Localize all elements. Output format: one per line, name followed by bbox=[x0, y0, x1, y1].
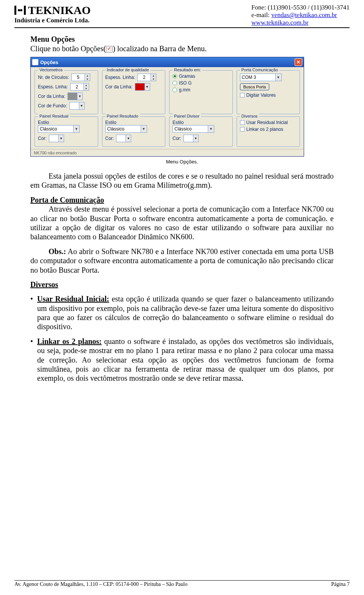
radio-gmm[interactable]: g.mm bbox=[173, 87, 229, 93]
legend-painel-residual: Painel Residual bbox=[38, 114, 70, 118]
legend-vectometros: Vectometros bbox=[38, 68, 64, 72]
phone-line: Fone: (11)3901-5530 / (11)3901-3741 bbox=[251, 4, 350, 11]
titlebar-app-icon bbox=[32, 59, 38, 65]
chevron-down-icon[interactable]: ▼ bbox=[144, 83, 150, 90]
chevron-down-icon[interactable]: ▼ bbox=[208, 126, 214, 132]
chevron-down-icon[interactable]: ▼ bbox=[141, 126, 147, 132]
cor-label: Cor: bbox=[38, 136, 47, 141]
options-dialog: Opções ✕ Vectometros Nr. de Circulos: 5 … bbox=[30, 57, 304, 157]
subhead-porta: Porta de Comunicação bbox=[30, 196, 104, 204]
digitar-valores-checkbox[interactable]: Digitar Valores bbox=[240, 93, 297, 98]
color-swatch bbox=[184, 135, 193, 142]
footer-page-number: Página 7 bbox=[331, 581, 350, 587]
group-painel-residual: Painel Residual Estilo Clássico ▼ Cor: ▼ bbox=[35, 116, 98, 147]
linkar-2-planos-checkbox[interactable]: Linkar os 2 planos bbox=[240, 127, 297, 132]
spinner-down-icon[interactable]: ▼ bbox=[151, 77, 156, 81]
vect-espess-linha-spinner[interactable]: 2 ▲▼ bbox=[70, 83, 89, 91]
chevron-down-icon[interactable]: ▼ bbox=[79, 102, 84, 109]
diversos-bullet-list: Usar Residual Inicial: esta opção é util… bbox=[30, 294, 334, 383]
vect-cor-linha-label: Cor da Linha: bbox=[38, 94, 65, 99]
radio-iso-g[interactable]: ISO G bbox=[173, 80, 229, 86]
group-resultado-em: Resultado em: Gramas ISO G g.mm bbox=[169, 70, 233, 114]
spinner-up-icon[interactable]: ▲ bbox=[85, 74, 90, 77]
painel-residual-estilo-combo[interactable]: Clássico ▼ bbox=[38, 125, 80, 133]
spinner-down-icon[interactable]: ▼ bbox=[84, 87, 89, 90]
vect-cor-linha-picker[interactable]: ▼ bbox=[67, 93, 83, 100]
email-prefix: e-mail: bbox=[251, 11, 271, 19]
vect-espess-linha-label: Espess. Linha: bbox=[38, 84, 68, 89]
dialog-titlebar: Opções ✕ bbox=[31, 57, 304, 67]
chevron-down-icon[interactable]: ▼ bbox=[193, 135, 198, 142]
legend-painel-resultado: Painel Resultado bbox=[105, 114, 140, 118]
indic-cor-linha-picker[interactable]: ▼ bbox=[135, 83, 150, 91]
painel-resultado-cor-picker[interactable]: ▼ bbox=[116, 135, 131, 142]
spinner-down-icon[interactable]: ▼ bbox=[85, 77, 90, 81]
digitar-valores-label: Digitar Valores bbox=[246, 93, 276, 98]
radio-gramas-label: Gramas bbox=[179, 74, 195, 79]
email-link[interactable]: vendas@teknikao.com.br bbox=[271, 11, 337, 19]
group-painel-divisor: Painel Divisor Estilo Clássico ▼ Cor: ▼ bbox=[169, 116, 233, 147]
intro-line: Clique no botão Opções() localizado na B… bbox=[30, 44, 334, 53]
dialog-title: Opções bbox=[40, 60, 58, 65]
paragraph-intro: Esta janela possui opções de estilos de … bbox=[30, 171, 334, 190]
radio-gmm-label: g.mm bbox=[179, 87, 190, 93]
list-item-linkar-planos: Linkar os 2 planos: quanto o software é … bbox=[30, 337, 334, 383]
company-block: TEKNIKAO Indústria e Comércio Ltda. bbox=[14, 4, 91, 24]
section-title: Menu Opções bbox=[30, 35, 334, 44]
website-link[interactable]: www.teknikao.com.br bbox=[251, 19, 308, 26]
painel-divisor-estilo-combo[interactable]: Clássico ▼ bbox=[173, 125, 214, 133]
busca-porta-button[interactable]: Busca Porta bbox=[240, 83, 270, 90]
indic-espess-linha-spinner[interactable]: 2 ▲▼ bbox=[137, 74, 156, 81]
color-swatch bbox=[116, 135, 126, 142]
company-name-text: TEKNIKAO bbox=[28, 4, 91, 17]
color-swatch bbox=[135, 83, 144, 90]
radio-dot-icon bbox=[173, 74, 177, 78]
vect-cor-fundo-picker[interactable]: ▼ bbox=[69, 102, 85, 110]
porta-combo-value: COM 3 bbox=[240, 74, 275, 81]
estilo-label: Estilo bbox=[173, 120, 229, 125]
contact-block: Fone: (11)3901-5530 / (11)3901-3741 e-ma… bbox=[251, 4, 350, 27]
chevron-down-icon[interactable]: ▼ bbox=[275, 74, 281, 81]
cor-label: Cor: bbox=[105, 136, 114, 141]
nr-circulos-spinner[interactable]: 5 ▲▼ bbox=[71, 74, 90, 81]
email-line: e-mail: vendas@teknikao.com.br bbox=[251, 11, 350, 19]
options-button-icon bbox=[106, 46, 113, 53]
painel-divisor-cor-picker[interactable]: ▼ bbox=[184, 135, 199, 142]
spinner-up-icon[interactable]: ▲ bbox=[151, 74, 156, 77]
company-subtitle: Indústria e Comércio Ltda. bbox=[14, 17, 91, 24]
subhead-diversos: Diversos bbox=[30, 280, 58, 289]
cor-label: Cor: bbox=[173, 136, 181, 141]
radio-iso-g-label: ISO G bbox=[179, 80, 191, 86]
porta-combo[interactable]: COM 3 ▼ bbox=[240, 74, 282, 81]
usar-residual-inicial-checkbox[interactable]: Usar Residual Inicial bbox=[240, 120, 297, 125]
combo-value: Clássico bbox=[173, 126, 208, 132]
painel-residual-cor-picker[interactable]: ▼ bbox=[49, 135, 64, 142]
chevron-down-icon[interactable]: ▼ bbox=[77, 93, 82, 100]
legend-porta: Porta Comunicação bbox=[240, 68, 280, 72]
legend-painel-divisor: Painel Divisor bbox=[173, 114, 201, 118]
figure-caption: Menu Opções. bbox=[30, 159, 334, 165]
radio-dot-icon bbox=[173, 88, 177, 92]
close-button[interactable]: ✕ bbox=[295, 58, 302, 66]
list-item-usar-residual: Usar Residual Inicial: esta opção é util… bbox=[30, 294, 334, 331]
estilo-label: Estilo bbox=[38, 120, 95, 125]
radio-dot-icon bbox=[173, 81, 177, 85]
vect-cor-fundo-label: Cor de Fundo: bbox=[38, 103, 67, 108]
subhead-diversos-row: Diversos bbox=[30, 280, 334, 289]
chevron-down-icon[interactable]: ▼ bbox=[58, 135, 64, 142]
group-porta-comunicacao: Porta Comunicação COM 3 ▼ Busca Porta Di… bbox=[237, 70, 300, 114]
footer-address: Av. Agenor Couto de Magalhães, 1.110 – C… bbox=[14, 581, 187, 587]
intro-after: ) localizado na Barra de Menu. bbox=[113, 44, 207, 53]
page-header: TEKNIKAO Indústria e Comércio Ltda. Fone… bbox=[14, 4, 350, 28]
radio-gramas[interactable]: Gramas bbox=[173, 74, 229, 79]
spinner-up-icon[interactable]: ▲ bbox=[84, 83, 89, 87]
painel-resultado-estilo-combo[interactable]: Clássico ▼ bbox=[105, 125, 147, 133]
legend-diversos: Diversos bbox=[240, 114, 259, 118]
color-swatch bbox=[70, 102, 79, 109]
chevron-down-icon[interactable]: ▼ bbox=[126, 135, 131, 142]
color-swatch bbox=[49, 135, 58, 142]
checkbox-icon bbox=[240, 127, 245, 132]
indic-cor-linha-label: Cor da Linha: bbox=[105, 84, 133, 89]
chevron-down-icon[interactable]: ▼ bbox=[73, 126, 79, 132]
nr-circulos-label: Nr. de Circulos: bbox=[38, 75, 69, 80]
